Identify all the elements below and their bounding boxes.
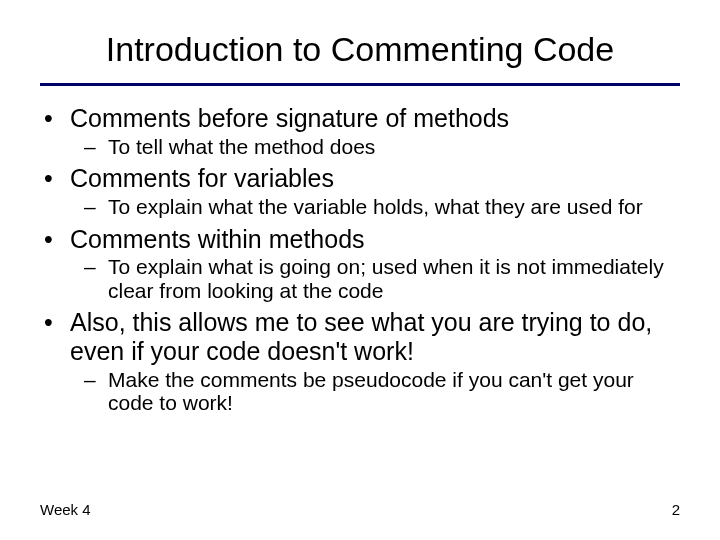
- slide-footer: Week 4 2: [40, 501, 680, 518]
- slide-body: • Comments before signature of methods –…: [40, 104, 680, 415]
- sub-bullet-item: – To explain what is going on; used when…: [84, 255, 680, 302]
- footer-left: Week 4: [40, 501, 91, 518]
- sub-bullet-item: – To tell what the method does: [84, 135, 680, 159]
- bullet-dot-icon: •: [44, 308, 70, 366]
- sub-bullet-text: Make the comments be pseudocode if you c…: [108, 368, 680, 415]
- bullet-dash-icon: –: [84, 135, 108, 159]
- bullet-text: Comments within methods: [70, 225, 365, 254]
- slide-title: Introduction to Commenting Code: [40, 30, 680, 69]
- bullet-dot-icon: •: [44, 225, 70, 254]
- footer-page-number: 2: [672, 501, 680, 518]
- sub-bullet-item: – To explain what the variable holds, wh…: [84, 195, 680, 219]
- sub-bullet-text: To tell what the method does: [108, 135, 375, 159]
- bullet-item: • Also, this allows me to see what you a…: [44, 308, 680, 366]
- bullet-dash-icon: –: [84, 368, 108, 415]
- bullet-item: • Comments for variables: [44, 164, 680, 193]
- sub-bullet-text: To explain what is going on; used when i…: [108, 255, 680, 302]
- bullet-dash-icon: –: [84, 255, 108, 302]
- bullet-dash-icon: –: [84, 195, 108, 219]
- bullet-text: Comments for variables: [70, 164, 334, 193]
- bullet-text: Comments before signature of methods: [70, 104, 509, 133]
- bullet-dot-icon: •: [44, 104, 70, 133]
- sub-bullet-item: – Make the comments be pseudocode if you…: [84, 368, 680, 415]
- bullet-dot-icon: •: [44, 164, 70, 193]
- bullet-item: • Comments before signature of methods: [44, 104, 680, 133]
- title-rule: [40, 83, 680, 86]
- sub-bullet-text: To explain what the variable holds, what…: [108, 195, 643, 219]
- bullet-text: Also, this allows me to see what you are…: [70, 308, 680, 366]
- bullet-item: • Comments within methods: [44, 225, 680, 254]
